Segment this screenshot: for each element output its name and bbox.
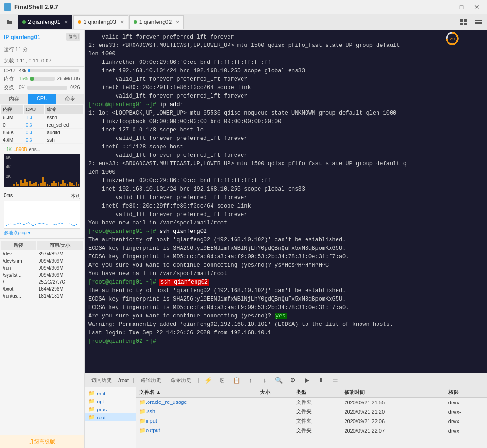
ping-value: 0ms [4, 193, 13, 200]
tab-grid-button[interactable] [457, 15, 470, 29]
sidebar-load: 负载 0.11, 0.11, 0.07 [0, 55, 84, 67]
upgrade-button[interactable]: 升级高级版 [0, 435, 84, 448]
dir-opt[interactable]: 📁opt [85, 397, 136, 405]
net-upload: ↑1K [4, 147, 12, 152]
toolbar-separator: | [133, 378, 134, 383]
terminal-line: You have new mail in /var/spool/mail/roo… [88, 270, 483, 278]
file-col-perm: 权限 [446, 387, 487, 398]
terminal-line: You have new mail in /var/spool/mail/roo… [88, 219, 483, 227]
play-icon-button[interactable]: ▶ [302, 375, 312, 386]
process-tab-cpu[interactable]: CPU [28, 94, 56, 104]
disk-path: /sys/fs/... [1, 272, 36, 278]
swap-stat: 交换 0% 0/2G [0, 83, 84, 92]
dir-root[interactable]: 📁root [85, 413, 136, 421]
download-icon-button[interactable]: ↓ [259, 375, 270, 386]
disk-row: /run/us...181M/181M [1, 293, 83, 299]
file-name: 📁.oracle_jre_usage [136, 398, 257, 407]
maximize-button[interactable]: □ [455, 2, 468, 12]
file-type: 文件夹 [293, 398, 341, 407]
tab-label-2: 3 qianfeng03 [83, 19, 116, 25]
file-type: 文件夹 [293, 407, 341, 417]
terminal-line: ECDSA key fingerprint is MD5:dc:fa:0d:a3… [88, 253, 483, 261]
proc-cmd: auditd [45, 130, 83, 136]
app-icon [4, 3, 11, 11]
terminal[interactable]: 29 valid_lft forever preferred_lft forev… [85, 30, 487, 373]
disk-table: 路径 可用/大小 /dev897M/897M/dev/shm909M/909M/… [0, 240, 84, 300]
access-history-button[interactable]: 访问历史 [88, 376, 115, 385]
tab-qianfeng02[interactable]: 1 qianfeng02 ✕ [129, 15, 184, 29]
file-row[interactable]: 📁.ssh文件夹2020/09/21 21:20drwx- [136, 407, 487, 417]
terminal-line: The authenticity of host 'qianfeng02 (19… [88, 236, 483, 244]
copy-ip-button[interactable]: 复制 [66, 33, 80, 41]
cpu-bar-wrap [28, 69, 79, 72]
cmd-history-button[interactable]: 命令历史 [168, 376, 194, 385]
process-tab-cmd[interactable]: 命令 [56, 94, 84, 104]
terminal-line: ECDSA key fingerprint is MD5:dc:fa:0d:a3… [88, 303, 483, 312]
proc-cmd: sshd [45, 115, 83, 121]
process-tabs: 内存 CPU 命令 [0, 94, 84, 104]
net-download: ↓890B [14, 147, 27, 152]
process-col-mem: 内存 [1, 105, 23, 114]
file-size [257, 398, 293, 407]
disk-row: /boot164M/296M [1, 286, 83, 292]
ping-multi-label[interactable]: 多地点ping▼ [4, 230, 80, 236]
terminal-line: valid_lft forever preferred_lft forever [88, 75, 483, 84]
tab-close-3[interactable]: ✕ [175, 19, 180, 25]
dir-mnt[interactable]: 📁mnt [85, 389, 136, 397]
dir-proc[interactable]: 📁proc [85, 405, 136, 413]
file-perm: drwx [446, 417, 487, 426]
sidebar: IP qianfeng01 复制 运行 11 分 负载 0.11, 0.11, … [0, 30, 85, 448]
tab-menu-button[interactable] [472, 15, 485, 29]
proc-cpu: 1.3 [24, 115, 44, 121]
file-row[interactable]: 📁output文件夹2020/09/21 22:07drwx [136, 426, 487, 435]
svg-rect-5 [475, 22, 482, 23]
file-size [257, 417, 293, 426]
menu-icon-button[interactable]: ☰ [330, 375, 340, 386]
file-size [257, 426, 293, 435]
tab-qianfeng01[interactable]: 2 qianfeng01 ✕ [18, 15, 72, 29]
arrow-down-icon-button[interactable]: ⬇ [316, 375, 326, 386]
terminal-line: valid_lft forever preferred_lft forever [88, 210, 483, 219]
terminal-line: link/ether 00:0c:29:86:f0:cc brd ff:ff:f… [88, 177, 483, 185]
titlebar-left: FinalShell 2.9.7 [4, 3, 58, 11]
file-perm: drwx [446, 398, 487, 407]
settings-icon-button[interactable]: ⚙ [288, 375, 298, 386]
copy-icon-button[interactable]: ⎘ [217, 375, 228, 386]
terminal-line: inet6 fe80::20c:29ff:fe86:f0cc/64 scope … [88, 84, 483, 92]
tab-qianfeng03[interactable]: 3 qianfeng03 ✕ [73, 15, 128, 29]
swap-label: 交换 [4, 84, 19, 91]
file-row[interactable]: 📁input文件夹2020/09/21 22:06drwx [136, 417, 487, 426]
file-type: 文件夹 [293, 426, 341, 435]
disk-path: /dev/shm [1, 258, 36, 264]
process-col-cmd: 命令 [45, 105, 83, 114]
tabbar-right [457, 15, 485, 29]
tab-close-2[interactable]: ✕ [120, 19, 124, 25]
mem-value: 265M/1.8G [57, 76, 80, 81]
tab-folder-button[interactable] [2, 15, 17, 29]
path-history-button[interactable]: 路径历史 [138, 376, 164, 385]
cpu-value: 4% [19, 68, 26, 73]
net-iface: ens... [29, 147, 40, 152]
file-modified: 2020/09/21 21:55 [341, 398, 445, 407]
disk-row: /sys/fs/...909M/909M [1, 272, 83, 278]
terminal-line: inet6 fe80::20c:29ff:fe86:f0cc/64 scope … [88, 202, 483, 210]
disk-avail: 909M/909M [37, 272, 83, 278]
file-col-size: 大小 [257, 387, 293, 398]
file-modified: 2020/09/21 22:06 [341, 417, 445, 426]
search-icon-button[interactable]: 🔍 [274, 375, 284, 386]
disk-path: /dev [1, 251, 36, 257]
disk-col-avail: 可用/大小 [37, 241, 83, 250]
terminal-line: Are you sure you want to continue connec… [88, 312, 483, 320]
close-button[interactable]: ✕ [470, 2, 483, 12]
lightning-icon-button[interactable]: ⚡ [203, 375, 213, 386]
tab-close-1[interactable]: ✕ [64, 19, 68, 25]
terminal-line: inet 192.168.10.101/24 brd 192.168.10.25… [88, 67, 483, 75]
terminal-line: 2: ens33: <BROADCAST,MULTICAST,UP,LOWER_… [88, 160, 483, 168]
upload-icon-button[interactable]: ↑ [245, 375, 256, 386]
disk-avail: 164M/296M [37, 286, 83, 292]
minimize-button[interactable]: — [440, 2, 453, 12]
file-row[interactable]: 📁.oracle_jre_usage文件夹2020/09/21 21:55drw… [136, 398, 487, 407]
process-tab-mem[interactable]: 内存 [0, 94, 28, 104]
paste-icon-button[interactable]: 📋 [231, 375, 242, 386]
mem-bar [30, 77, 34, 81]
